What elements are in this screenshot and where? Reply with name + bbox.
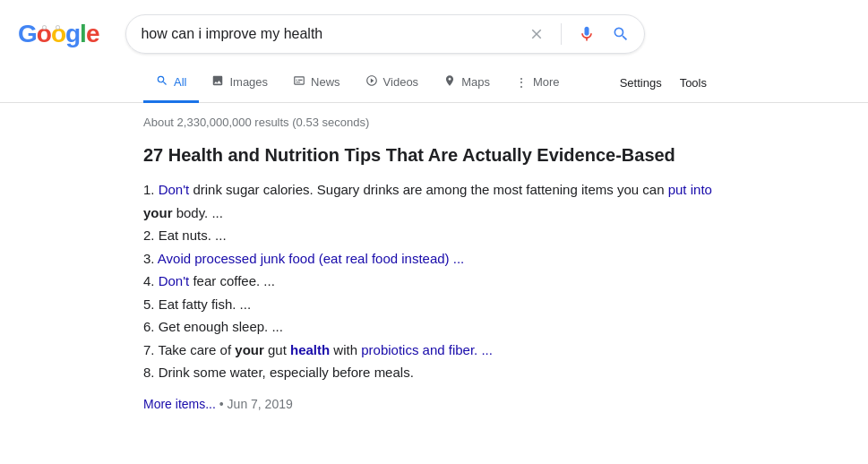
images-icon (211, 74, 224, 90)
google-logo[interactable]: Go o gle (18, 20, 99, 48)
tab-all-label: All (174, 75, 186, 89)
nav-settings: Settings Tools (620, 76, 725, 90)
divider (561, 23, 562, 45)
settings-link[interactable]: Settings (620, 76, 662, 90)
tab-images[interactable]: Images (199, 64, 280, 103)
logo-g2: g (65, 20, 80, 48)
results-area: About 2,330,000,000 results (0.53 second… (0, 103, 868, 429)
nav-tabs: All Images News Videos Maps ⋮ More Setti… (0, 63, 868, 103)
tab-maps-label: Maps (461, 75, 490, 89)
result-date: • Jun 7, 2019 (219, 397, 293, 411)
tab-news[interactable]: News (280, 64, 353, 103)
tab-more[interactable]: ⋮ More (503, 64, 572, 103)
result-list: 1. Don't drink sugar calories. Sugary dr… (143, 178, 725, 384)
logo-o1: o (37, 20, 51, 48)
list-item: 5. Eat fatty fish. ... (143, 293, 725, 316)
tab-videos[interactable]: Videos (353, 64, 432, 103)
tab-maps[interactable]: Maps (431, 64, 503, 103)
more-items-link[interactable]: More items... (143, 397, 216, 411)
clear-button[interactable] (525, 22, 548, 46)
list-item: 1. Don't drink sugar calories. Sugary dr… (143, 178, 725, 224)
list-item: 7. Take care of your gut health with pro… (143, 339, 725, 362)
result-title: 27 Health and Nutrition Tips That Are Ac… (143, 145, 725, 166)
logo-g: G (18, 20, 37, 48)
logo-o2: o (51, 20, 65, 48)
more-items: More items... • Jun 7, 2019 (143, 397, 725, 411)
more-icon: ⋮ (515, 75, 528, 90)
list-item: 3. Avoid processed junk food (eat real f… (143, 247, 725, 271)
tab-more-label: More (533, 75, 560, 89)
logo-e: e (86, 20, 99, 48)
tab-images-label: Images (229, 75, 268, 89)
results-count: About 2,330,000,000 results (0.53 second… (143, 116, 725, 129)
tab-news-label: News (311, 75, 340, 89)
search-icon (156, 74, 168, 90)
search-bar: how can i improve my health (125, 14, 645, 54)
tab-videos-label: Videos (383, 75, 419, 89)
search-icons (525, 21, 633, 47)
search-button[interactable] (608, 21, 633, 47)
logo-l: l (80, 20, 86, 48)
tab-all[interactable]: All (143, 64, 199, 103)
list-item: 8. Drink some water, especially before m… (143, 361, 725, 384)
voice-search-button[interactable] (574, 21, 599, 47)
header: Go o gle how can i improve my health (0, 0, 868, 63)
videos-icon (365, 74, 378, 90)
news-icon (293, 74, 305, 90)
tools-link[interactable]: Tools (680, 76, 707, 90)
search-input[interactable]: how can i improve my health (141, 26, 525, 42)
list-item: 4. Don't fear coffee. ... (143, 270, 725, 293)
list-item: 6. Get enough sleep. ... (143, 315, 725, 339)
maps-icon (443, 74, 456, 90)
list-item: 2. Eat nuts. ... (143, 224, 725, 247)
